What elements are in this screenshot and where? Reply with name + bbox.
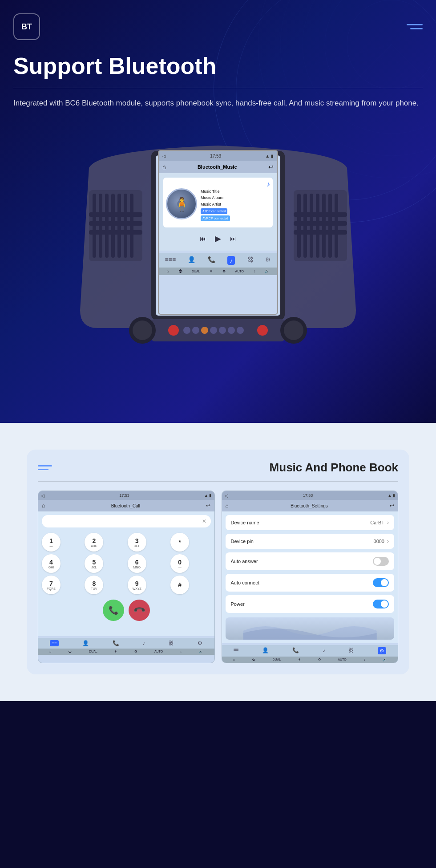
call-time: 17:53 [119,493,129,498]
device-name-label: Device name [231,520,259,525]
nav-home[interactable]: ⌂ [162,163,166,170]
tab-link[interactable]: ⛓ [247,256,253,265]
settings-back-btn[interactable]: ◁ [225,493,228,498]
settings-tab-menu[interactable]: ≡≡ [234,647,239,654]
music-artist: Music Artist [201,201,230,207]
play-button[interactable]: ▶ [215,234,221,243]
settings-bottom-vol[interactable]: 🔊 [383,658,387,661]
auto-connect-row[interactable]: Auto connect [226,574,395,592]
dial-key-hash[interactable]: # [170,576,189,594]
tab-phone[interactable]: 📞 [208,256,215,265]
panel-hamburger-line-2 [38,469,48,470]
dial-key-5[interactable]: 5 JKL [85,554,103,573]
logo-text: BT [21,22,32,32]
auto-answer-toggle[interactable] [373,557,389,566]
auto-answer-label: Auto answer [231,559,258,564]
bottom-home[interactable]: ⌂ [167,269,169,273]
settings-tab-settings[interactable]: ⚙ [378,647,386,654]
settings-back[interactable]: ↩ [390,503,394,509]
call-tab-contact[interactable]: 👤 [82,640,89,646]
settings-home[interactable]: ⌂ [226,503,229,509]
call-bottom-ac[interactable]: ♻ [134,650,137,653]
call-screen: ◁ 17:53 ▲ ▮ ⌂ Bluetooth_Call ↩ ✕ [38,491,215,663]
settings-bottom-ac[interactable]: ♻ [318,658,321,661]
next-button[interactable]: ⏭ [230,235,236,242]
svg-point-40 [201,327,208,334]
settings-bottom-fan[interactable]: ❄ [298,658,301,661]
answer-button[interactable]: 📞 [103,600,124,621]
call-tab-phone[interactable]: 📞 [113,640,119,646]
bottom-sync[interactable]: ↕ [254,269,255,273]
nav-back[interactable]: ↩ [268,163,274,170]
call-bottom-power[interactable]: ⏻ [69,650,72,653]
back-btn[interactable]: ◁ [162,154,166,158]
settings-tab-music[interactable]: ♪ [323,647,325,654]
auto-answer-row[interactable]: Auto answer [226,552,395,570]
call-bottom-sync[interactable]: ↕ [180,650,182,653]
call-tab-music[interactable]: ♪ [142,640,145,646]
dial-key-7[interactable]: 7 PQRS [42,576,61,594]
call-home[interactable]: ⌂ [42,503,45,509]
auto-connect-label: Auto connect [231,580,259,585]
settings-tab-link[interactable]: ⛓ [349,647,354,654]
svg-point-43 [228,327,235,334]
dial-key-star[interactable]: * [170,533,189,552]
device-name-value: CarBT [370,520,384,525]
settings-bottom-sync[interactable]: ↕ [363,658,365,661]
power-row[interactable]: Power [226,595,395,613]
dial-label: 5 [92,559,96,566]
bottom-power[interactable]: ⏻ [178,269,182,273]
dial-key-1[interactable]: 1 — [42,533,61,552]
bottom-vol[interactable]: 🔊 [265,269,269,273]
bottom-fan[interactable]: ❄ [210,269,213,273]
svg-rect-22 [89,230,142,235]
call-statusbar: ◁ 17:53 ▲ ▮ [38,491,214,500]
dial-key-4[interactable]: 4 GHI [42,554,61,573]
dial-key-8[interactable]: 8 TUV [85,576,103,594]
panel-menu-icon[interactable] [38,465,52,470]
auto-connect-toggle[interactable] [373,578,389,587]
settings-time: 17:53 [303,493,313,498]
settings-tab-contact[interactable]: 👤 [262,647,269,654]
call-bottom-home[interactable]: ⌂ [49,650,51,653]
call-tab-link[interactable]: ⛓ [169,640,174,646]
dial-label: 9 [135,580,139,587]
hangup-button[interactable]: 📞 [129,600,150,621]
svg-point-49 [284,320,303,340]
call-back[interactable]: ↩ [206,503,210,509]
dial-key-2[interactable]: 2 ABC [85,533,103,552]
music-title: Music Title [201,188,230,195]
device-name-row[interactable]: Device name CarBT › [226,515,395,530]
settings-screen-tabs: ≡≡ 👤 📞 ♪ ⛓ ⚙ [222,645,398,657]
dial-sub: MNO [133,566,141,569]
dial-sub: DEF [134,544,140,548]
call-tab-menu[interactable]: ≡≡ [50,640,59,646]
device-pin-row[interactable]: Device pin 0000 › [226,534,395,549]
dial-key-9[interactable]: 9 WXYZ [128,576,146,594]
settings-bottom-power[interactable]: ⏻ [252,658,255,661]
call-tab-settings[interactable]: ⚙ [198,640,202,646]
dial-sub: ABC [91,544,97,548]
call-bottom-fan[interactable]: ❄ [114,650,117,653]
tab-music[interactable]: ♪ [227,256,235,265]
call-bottom-auto: AUTO [154,650,163,653]
power-label: Power [231,601,245,607]
tab-settings[interactable]: ⚙ [265,256,271,265]
tab-contact[interactable]: 👤 [188,256,195,265]
clear-icon[interactable]: ✕ [202,518,206,524]
prev-button[interactable]: ⏮ [200,235,206,242]
device-pin-chevron: › [387,538,389,544]
dial-key-6[interactable]: 6 MNO [128,554,146,573]
settings-tab-phone[interactable]: 📞 [292,647,299,654]
dial-key-0[interactable]: 0 — [170,554,189,573]
svg-rect-20 [89,212,142,217]
dial-key-3[interactable]: 3 DEF [128,533,146,552]
screen-time: 17:53 [210,154,221,158]
call-back-btn[interactable]: ◁ [41,493,44,498]
music-album: Music Album [201,195,230,201]
power-toggle[interactable] [373,600,389,608]
tab-menu[interactable]: ≡≡≡ [165,256,176,265]
bottom-ac[interactable]: ♻ [222,269,226,273]
call-bottom-vol[interactable]: 🔊 [199,650,203,653]
settings-bottom-home[interactable]: ⌂ [233,658,235,661]
